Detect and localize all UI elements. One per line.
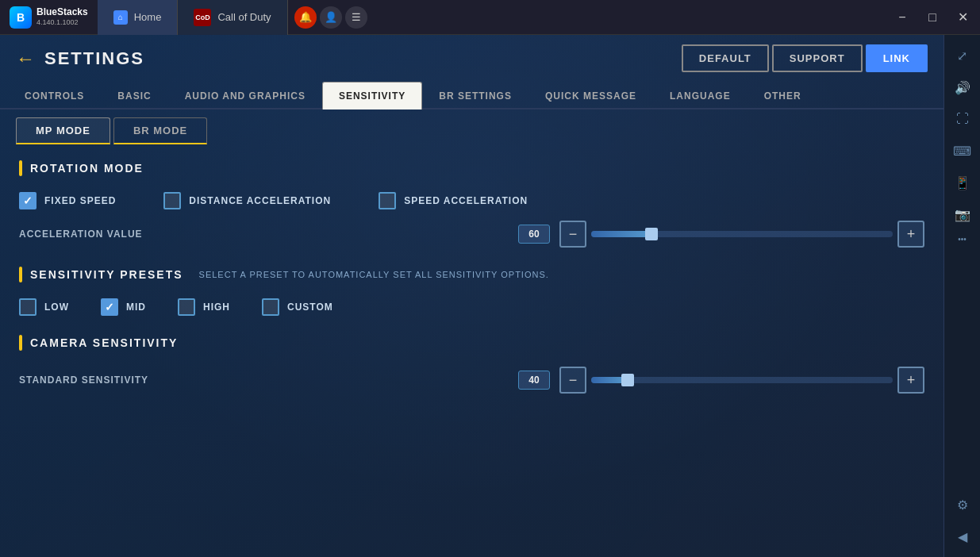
gear-icon[interactable]: ⚙ bbox=[948, 490, 977, 519]
expand-icon[interactable]: ⤢ bbox=[948, 41, 977, 70]
minimize-button[interactable]: − bbox=[888, 3, 917, 32]
distance-acceleration-checkbox[interactable]: DISTANCE ACCELERATION bbox=[163, 192, 331, 209]
bluestacks-text: BlueStacks 4.140.1.1002 bbox=[37, 6, 88, 28]
sensitivity-presets-section: SENSITIVITY PRESETS SELECT A PRESET TO A… bbox=[19, 263, 924, 316]
settings-header: ← SETTINGS DEFAULT SUPPORT LINK bbox=[0, 35, 943, 82]
preset-high-checkbox[interactable] bbox=[178, 298, 195, 316]
tab-quick-message[interactable]: QUICK MESSAGE bbox=[528, 82, 653, 109]
speed-acceleration-check-box[interactable] bbox=[379, 192, 396, 209]
standard-sensitivity-row: STANDARD SENSITIVITY 40 − + bbox=[19, 367, 924, 394]
title-bar: B BlueStacks 4.140.1.1002 ⌂ Home CoD Cal… bbox=[0, 0, 980, 35]
acceleration-slider-track[interactable] bbox=[591, 231, 893, 237]
speed-acceleration-label: SPEED ACCELERATION bbox=[404, 195, 528, 206]
phone-icon[interactable]: 📱 bbox=[948, 168, 977, 197]
sensitivity-presets-header: SENSITIVITY PRESETS SELECT A PRESET TO A… bbox=[19, 263, 924, 286]
bluestacks-icon: B bbox=[10, 6, 32, 29]
tab-br-settings[interactable]: BR SETTINGS bbox=[422, 82, 528, 109]
more-dots[interactable]: ••• bbox=[958, 232, 967, 247]
menu-icon[interactable]: ☰ bbox=[345, 6, 367, 29]
standard-sensitivity-increase-button[interactable]: + bbox=[897, 367, 924, 394]
section-bar-icon bbox=[19, 160, 22, 176]
tab-basic[interactable]: BASIC bbox=[101, 82, 167, 109]
sub-tab-mp-mode[interactable]: MP MODE bbox=[16, 117, 110, 144]
preset-mid-checkbox[interactable] bbox=[101, 298, 118, 316]
bluestacks-logo: B BlueStacks 4.140.1.1002 bbox=[0, 0, 98, 35]
home-tab[interactable]: ⌂ Home bbox=[98, 0, 179, 35]
preset-low-label: LOW bbox=[44, 302, 69, 313]
camera-sensitivity-header: CAMERA SENSITIVITY bbox=[19, 332, 924, 354]
standard-sensitivity-label: STANDARD SENSITIVITY bbox=[19, 375, 178, 386]
back-arrow-icon[interactable]: ← bbox=[16, 48, 35, 70]
account-icon[interactable]: 👤 bbox=[320, 6, 342, 29]
acceleration-decrease-button[interactable]: − bbox=[559, 221, 586, 248]
game-tab[interactable]: CoD Call of Duty bbox=[178, 0, 287, 35]
acceleration-value-display: 60 bbox=[518, 225, 550, 244]
preset-mid-label: MID bbox=[126, 302, 146, 313]
page-title: SETTINGS bbox=[44, 48, 144, 69]
standard-sensitivity-slider-thumb[interactable] bbox=[621, 374, 634, 386]
volume-icon[interactable]: 🔊 bbox=[948, 73, 977, 102]
tab-audio-graphics[interactable]: AUDIO AND GRAPHICS bbox=[168, 82, 322, 109]
header-buttons: DEFAULT SUPPORT LINK bbox=[682, 44, 928, 72]
standard-sensitivity-slider-track[interactable] bbox=[591, 377, 893, 383]
preset-high[interactable]: HIGH bbox=[178, 298, 230, 316]
game-icon: CoD bbox=[194, 9, 211, 26]
title-bar-left: B BlueStacks 4.140.1.1002 ⌂ Home CoD Cal… bbox=[0, 0, 288, 35]
fixed-speed-label: FIXED SPEED bbox=[44, 195, 116, 206]
tabs-bar: CONTROLS BASIC AUDIO AND GRAPHICS SENSIT… bbox=[0, 82, 943, 109]
sub-tab-br-mode[interactable]: BR MODE bbox=[113, 117, 207, 144]
sensitivity-presets-title: SENSITIVITY PRESETS bbox=[30, 268, 183, 281]
acceleration-slider-controls: − + bbox=[559, 221, 924, 248]
fixed-speed-checkbox[interactable]: FIXED SPEED bbox=[19, 192, 116, 209]
window-controls: − □ ✕ bbox=[888, 3, 980, 32]
title-bar-icons: 🔔 👤 ☰ bbox=[288, 6, 374, 29]
settings-title: ← SETTINGS bbox=[16, 48, 144, 70]
acceleration-value-row: ACCELERATION VALUE 60 − + bbox=[19, 221, 924, 248]
link-button[interactable]: LINK bbox=[866, 44, 928, 72]
tab-sensitivity[interactable]: SENSITIVITY bbox=[322, 82, 422, 109]
keyboard-icon[interactable]: ⌨ bbox=[948, 136, 977, 165]
presets-row: LOW MID HIGH CUSTOM bbox=[19, 298, 924, 316]
preset-high-label: HIGH bbox=[203, 302, 230, 313]
notification-icon[interactable]: 🔔 bbox=[294, 6, 317, 29]
acceleration-increase-button[interactable]: + bbox=[897, 221, 924, 248]
standard-sensitivity-display: 40 bbox=[518, 371, 550, 390]
screenshot-icon[interactable]: 📷 bbox=[948, 200, 977, 229]
fixed-speed-check-box[interactable] bbox=[19, 192, 37, 209]
sensitivity-presets-subtitle: SELECT A PRESET TO AUTOMATICALLY SET ALL… bbox=[199, 270, 549, 279]
distance-acceleration-check-box[interactable] bbox=[163, 192, 181, 209]
preset-low-checkbox[interactable] bbox=[19, 298, 37, 316]
preset-low[interactable]: LOW bbox=[19, 298, 69, 316]
speed-acceleration-checkbox[interactable]: SPEED ACCELERATION bbox=[379, 192, 528, 209]
back-sidebar-icon[interactable]: ◀ bbox=[948, 522, 977, 551]
camera-sensitivity-title: CAMERA SENSITIVITY bbox=[30, 336, 178, 349]
tab-language[interactable]: LANGUAGE bbox=[653, 82, 747, 109]
preset-custom[interactable]: CUSTOM bbox=[262, 298, 333, 316]
right-sidebar: ⤢ 🔊 ⛶ ⌨ 📱 📷 ••• ⚙ ◀ bbox=[943, 35, 980, 557]
close-button[interactable]: ✕ bbox=[948, 3, 977, 32]
preset-custom-label: CUSTOM bbox=[287, 302, 333, 313]
acceleration-value-label: ACCELERATION VALUE bbox=[19, 229, 178, 240]
acceleration-slider-thumb[interactable] bbox=[645, 228, 658, 240]
rotation-checkboxes-row: FIXED SPEED DISTANCE ACCELERATION SPEED … bbox=[19, 192, 924, 209]
rotation-mode-title: ROTATION MODE bbox=[30, 162, 144, 175]
section-bar-presets-icon bbox=[19, 267, 22, 282]
fullscreen-icon[interactable]: ⛶ bbox=[948, 105, 977, 133]
default-button[interactable]: DEFAULT bbox=[682, 44, 769, 72]
standard-sensitivity-decrease-button[interactable]: − bbox=[559, 367, 586, 394]
distance-acceleration-label: DISTANCE ACCELERATION bbox=[189, 195, 331, 206]
settings-panel: ← SETTINGS DEFAULT SUPPORT LINK CONTROLS… bbox=[0, 35, 943, 557]
tab-controls[interactable]: CONTROLS bbox=[8, 82, 101, 109]
rotation-mode-header: ROTATION MODE bbox=[19, 157, 924, 179]
main-layout: ← SETTINGS DEFAULT SUPPORT LINK CONTROLS… bbox=[0, 35, 980, 557]
preset-mid[interactable]: MID bbox=[101, 298, 146, 316]
section-bar-camera-icon bbox=[19, 335, 22, 351]
maximize-button[interactable]: □ bbox=[918, 3, 947, 32]
support-button[interactable]: SUPPORT bbox=[772, 44, 863, 72]
tab-other[interactable]: OTHER bbox=[747, 82, 818, 109]
sub-tabs: MP MODE BR MODE bbox=[0, 109, 943, 144]
camera-sensitivity-section: CAMERA SENSITIVITY STANDARD SENSITIVITY … bbox=[19, 332, 924, 394]
home-icon: ⌂ bbox=[113, 10, 128, 25]
standard-sensitivity-slider-controls: − + bbox=[559, 367, 924, 394]
preset-custom-checkbox[interactable] bbox=[262, 298, 279, 316]
